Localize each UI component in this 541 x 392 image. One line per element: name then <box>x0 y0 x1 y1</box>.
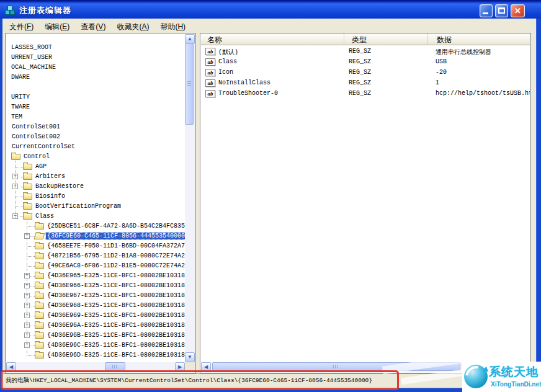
folder-icon <box>23 203 32 210</box>
tree-row[interactable]: +{4D36E966-E325-11CE-BFC1-08002BE10318} <box>6 281 185 291</box>
reg-sz-string-icon: ab <box>205 79 215 87</box>
menu-item-v[interactable]: 查看(V) <box>75 19 111 34</box>
tree-label: Arbiters <box>35 173 65 180</box>
value-data: USB <box>436 58 447 65</box>
folder-icon <box>35 303 44 309</box>
scroll-thumb[interactable] <box>105 362 125 371</box>
value-name: Class <box>218 58 237 65</box>
tree-label: Class <box>35 213 54 220</box>
tree-row[interactable]: Control <box>6 152 185 162</box>
scroll-right-button[interactable]: ▶ <box>175 362 185 372</box>
scroll-down-button[interactable]: ▼ <box>185 352 195 362</box>
tree-row[interactable]: −Class <box>6 212 185 221</box>
reg-sz-string-icon: ab <box>205 58 215 66</box>
tree-row[interactable]: +Arbiters <box>6 172 185 182</box>
tree-row[interactable]: +{4D36E96A-E325-11CE-BFC1-08002BE10318} <box>6 321 185 331</box>
tree-row[interactable]: CurrentControlSet <box>6 142 185 152</box>
scroll-left-button[interactable]: ◀ <box>201 362 211 372</box>
scrollbar-corner <box>185 362 195 372</box>
window-title: 注册表编辑器 <box>19 5 71 16</box>
folder-icon <box>35 273 44 279</box>
value-row[interactable]: ab(默认)REG_SZ通用串行总线控制器 <box>201 46 530 56</box>
tree-label: BackupRestore <box>35 183 84 190</box>
tree-connector <box>27 256 35 257</box>
menu-item-f[interactable]: 文件(F) <box>4 19 39 34</box>
value-data: 通用串行总线控制器 <box>436 48 491 56</box>
folder-icon <box>35 352 44 359</box>
tree-label: URITY <box>11 94 30 100</box>
tree-row[interactable]: URRENT_USER <box>6 53 185 63</box>
tree-horizontal-scrollbar[interactable]: ◀ ▶ <box>6 362 185 372</box>
value-row[interactable]: abIconREG_SZ-20 <box>201 67 530 78</box>
tree-label: {4658EE7E-F050-11D1-B6BD-00C04FA372A7} <box>47 243 185 249</box>
tree-row[interactable]: Biosinfo <box>6 192 185 202</box>
tree-row[interactable]: TWARE <box>6 102 185 112</box>
tree-row[interactable]: BootVerificationProgram <box>6 202 185 212</box>
tree-label: Control <box>24 153 50 160</box>
registry-tree-pane: LASSES_ROOTURRENT_USEROCAL_MACHINEDWAREU… <box>5 33 196 373</box>
tree-row[interactable]: {48721B56-6795-11D2-B1A8-0080C72E74A2} <box>6 251 185 261</box>
tree-row[interactable]: {25DBCE51-6C8F-4A72-8A6D-B54C2B4FC835} <box>6 221 185 231</box>
value-name: (默认) <box>218 48 238 56</box>
minimize-icon <box>483 12 488 14</box>
menu-item-a[interactable]: 收藏夹(A) <box>111 19 154 34</box>
tree-row[interactable]: +{4D36E968-E325-11CE-BFC1-08002BE10318} <box>6 301 185 311</box>
column-header-data[interactable]: 数据 <box>428 33 530 45</box>
folder-icon <box>35 253 44 259</box>
tree-connector <box>15 161 16 218</box>
tree-vertical-scrollbar[interactable]: ▲ ▼ <box>185 34 195 362</box>
tree-label: AGP <box>35 163 47 170</box>
folder-icon <box>35 223 44 229</box>
window-border-bottom <box>0 388 541 392</box>
tree-label: {4D36E965-E325-11CE-BFC1-08002BE10318} <box>47 272 185 279</box>
tree-row[interactable]: ControlSet002 <box>6 132 185 142</box>
close-button[interactable]: ✕ <box>511 4 525 17</box>
menu-item-h[interactable]: 帮助(H) <box>154 19 191 34</box>
tree-row[interactable]: +BackupRestore <box>6 182 185 192</box>
close-icon: ✕ <box>511 6 524 17</box>
tree-row[interactable]: URITY <box>6 92 185 102</box>
tree-row[interactable]: {49CE6AC8-6F86-11D2-B1E5-0080C72E74A2} <box>6 261 185 271</box>
scroll-up-button[interactable]: ▲ <box>185 34 195 44</box>
minimize-button[interactable] <box>480 4 493 17</box>
folder-icon <box>35 323 44 329</box>
watermark-title: 系统天地 <box>489 364 539 380</box>
tree-row[interactable]: +{4D36E96C-E325-11CE-BFC1-08002BE10318} <box>6 341 185 350</box>
maximize-button[interactable] <box>495 4 508 17</box>
tree-connector <box>15 207 23 207</box>
value-data: -20 <box>436 69 447 76</box>
value-type: REG_SZ <box>349 48 371 55</box>
value-row[interactable]: abTroubleShooter-0REG_SZhcp://help/tshoo… <box>201 88 530 99</box>
folder-icon <box>23 213 32 220</box>
column-header-name[interactable]: 名称 <box>201 33 344 45</box>
folder-icon <box>23 184 32 190</box>
folder-icon <box>35 313 44 319</box>
scroll-thumb[interactable] <box>185 43 194 125</box>
tree-label: OCAL_MACHINE <box>11 64 56 71</box>
registry-values-pane: 名称 类型 数据 ab(默认)REG_SZ通用串行总线控制器abClassREG… <box>200 33 531 373</box>
value-list: ab(默认)REG_SZ通用串行总线控制器abClassREG_SZUSBabI… <box>201 46 530 99</box>
folder-icon <box>23 194 32 200</box>
scroll-left-button[interactable]: ◀ <box>6 362 16 372</box>
tree-row[interactable]: +{4D36E967-E325-11CE-BFC1-08002BE10318} <box>6 291 185 301</box>
tree-row[interactable]: +{36FC9E60-C465-11CF-8056-444553540000} <box>6 231 185 241</box>
tree-row[interactable] <box>6 82 185 92</box>
tree-row[interactable]: ControlSet001 <box>6 122 185 132</box>
value-row[interactable]: abClassREG_SZUSB <box>201 56 530 67</box>
tree-label: {4D36E966-E325-11CE-BFC1-08002BE10318} <box>47 282 185 289</box>
folder-icon <box>23 164 32 170</box>
tree-row[interactable]: {4658EE7E-F050-11D1-B6BD-00C04FA372A7} <box>6 241 185 251</box>
menu-item-e[interactable]: 编辑(E) <box>39 19 75 34</box>
tree-row[interactable]: AGP <box>6 162 185 172</box>
value-row[interactable]: abNoInstallClassREG_SZ1 <box>201 78 530 88</box>
tree-row[interactable]: +{4D36E969-E325-11CE-BFC1-08002BE10318} <box>6 311 185 321</box>
tree-row[interactable]: {4D36E96D-E325-11CE-BFC1-08002BE10318} <box>6 350 185 360</box>
tree-row[interactable]: OCAL_MACHINE <box>6 63 185 73</box>
folder-icon <box>35 283 44 289</box>
tree-row[interactable]: LASSES_ROOT <box>6 43 185 53</box>
tree-row[interactable]: TEM <box>6 112 185 122</box>
tree-row[interactable]: +{4D36E96B-E325-11CE-BFC1-08002BE10318} <box>6 331 185 341</box>
column-header-type[interactable]: 类型 <box>344 33 428 45</box>
tree-row[interactable]: +{4D36E965-E325-11CE-BFC1-08002BE10318} <box>6 271 185 281</box>
tree-row[interactable]: DWARE <box>6 73 185 82</box>
